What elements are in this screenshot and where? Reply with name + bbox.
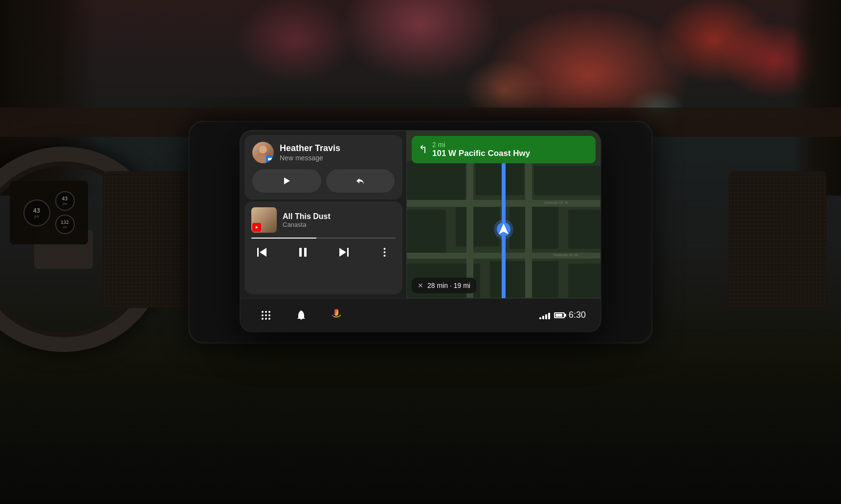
svg-point-36 xyxy=(268,314,270,316)
contact-row: Heather Travis New message xyxy=(252,142,395,163)
notifications-button[interactable] xyxy=(290,305,312,326)
close-nav-button[interactable]: ✕ xyxy=(418,282,423,289)
svg-rect-18 xyxy=(568,210,600,249)
skip-forward-icon xyxy=(338,247,349,257)
svg-rect-14 xyxy=(534,166,600,195)
gauge-bottom: 132 mi xyxy=(55,215,75,234)
eta-text: 28 min · 19 mi xyxy=(427,282,470,289)
play-message-button[interactable] xyxy=(252,169,321,193)
grille-dots-left xyxy=(103,171,191,308)
turn-arrow-icon: ↰ xyxy=(419,143,427,156)
pause-button[interactable] xyxy=(294,243,312,261)
map-panel: Guliman Dr W Guliman Dr W ↰ 2 mi 101 W P… xyxy=(407,131,600,298)
song-details: All This Dust Canasta xyxy=(283,212,331,228)
svg-rect-16 xyxy=(456,207,500,246)
svg-marker-0 xyxy=(284,177,290,184)
svg-rect-40 xyxy=(334,309,338,316)
gauge-bottom-value: 132 xyxy=(61,220,68,225)
gauge-left-unit: psi xyxy=(34,214,39,219)
message-badge-icon xyxy=(267,157,272,161)
svg-rect-17 xyxy=(509,205,558,249)
svg-rect-24 xyxy=(466,161,473,298)
gauge-left-value: 43 xyxy=(33,207,40,214)
message-actions xyxy=(252,169,395,193)
grille-dots-right xyxy=(729,171,826,308)
svg-rect-25 xyxy=(525,161,532,298)
gauge-right-value: 43 xyxy=(62,196,67,201)
svg-marker-3 xyxy=(260,248,266,257)
battery-fill xyxy=(555,314,562,317)
svg-rect-15 xyxy=(407,210,446,254)
svg-point-35 xyxy=(265,314,267,316)
nav-bar-left xyxy=(255,305,347,326)
nav-distance: 2 mi xyxy=(432,141,530,149)
signal-bar-1 xyxy=(539,317,541,319)
music-controls xyxy=(251,243,396,261)
bell-icon xyxy=(296,310,306,321)
album-art xyxy=(251,207,277,233)
play-icon xyxy=(282,176,291,185)
microphone-button[interactable] xyxy=(326,305,347,326)
nav-info: 2 mi 101 W Pacific Coast Hwy xyxy=(432,141,530,158)
svg-rect-4 xyxy=(299,248,302,257)
skip-back-icon xyxy=(257,247,267,257)
contact-name: Heather Travis xyxy=(280,143,340,154)
eta-separator: · xyxy=(450,282,454,289)
signal-bar-2 xyxy=(542,316,544,319)
reply-message-button[interactable] xyxy=(326,169,395,193)
svg-marker-7 xyxy=(339,248,346,257)
svg-point-33 xyxy=(268,311,270,313)
svg-rect-20 xyxy=(490,261,558,298)
navigation-header[interactable]: ↰ 2 mi 101 W Pacific Coast Hwy xyxy=(412,136,596,163)
clock-display: 6:30 xyxy=(569,310,586,320)
youtube-badge xyxy=(252,223,261,232)
svg-rect-21 xyxy=(568,263,600,298)
screen-content: Heather Travis New message xyxy=(241,131,600,298)
music-card[interactable]: All This Dust Canasta xyxy=(244,201,402,294)
gauge-right-unit: psi xyxy=(62,201,67,206)
gauge-bottom-unit: mi xyxy=(63,225,66,229)
reply-icon xyxy=(355,176,365,185)
eta-time: 28 min xyxy=(427,282,448,289)
avatar xyxy=(252,142,274,163)
microphone-icon xyxy=(331,308,342,322)
progress-bar[interactable] xyxy=(251,238,396,239)
left-panel: Heather Travis New message xyxy=(241,131,407,298)
apps-icon xyxy=(261,310,271,321)
android-auto-screen: Heather Travis New message xyxy=(241,131,600,331)
svg-point-32 xyxy=(265,311,267,313)
pause-icon xyxy=(299,247,308,257)
svg-rect-12 xyxy=(407,161,465,200)
svg-marker-1 xyxy=(256,226,258,229)
nav-street-name: 101 W Pacific Coast Hwy xyxy=(432,149,530,158)
instrument-cluster: 43 psi 43 psi 132 mi xyxy=(10,181,88,244)
apps-button[interactable] xyxy=(255,305,277,326)
nav-bar: 6:30 xyxy=(241,298,600,331)
svg-text:Guliman Dr W: Guliman Dr W xyxy=(553,253,578,257)
svg-rect-5 xyxy=(304,248,307,257)
more-options-button[interactable] xyxy=(376,243,394,261)
eta-card: ✕ 28 min · 19 mi xyxy=(412,278,476,293)
speaker-grille-right xyxy=(729,171,826,308)
svg-point-39 xyxy=(268,318,270,320)
svg-point-8 xyxy=(384,248,386,250)
svg-point-34 xyxy=(262,314,264,316)
svg-rect-13 xyxy=(475,161,524,195)
signal-icon xyxy=(539,311,550,319)
message-label: New message xyxy=(280,154,340,162)
svg-point-31 xyxy=(262,311,264,313)
youtube-icon xyxy=(255,225,259,229)
gauge-left: 43 psi xyxy=(23,199,50,226)
nav-bar-right: 6:30 xyxy=(539,310,586,320)
gauge-right: 43 psi xyxy=(55,191,75,211)
message-card[interactable]: Heather Travis New message xyxy=(244,135,402,199)
eta-distance: 19 mi xyxy=(454,282,470,289)
message-badge xyxy=(266,155,274,163)
skip-back-button[interactable] xyxy=(253,243,271,261)
battery-icon xyxy=(554,312,565,318)
skip-forward-button[interactable] xyxy=(335,243,353,261)
svg-point-10 xyxy=(384,255,386,257)
svg-point-38 xyxy=(265,318,267,320)
svg-rect-2 xyxy=(257,248,259,257)
signal-bar-4 xyxy=(548,313,550,319)
